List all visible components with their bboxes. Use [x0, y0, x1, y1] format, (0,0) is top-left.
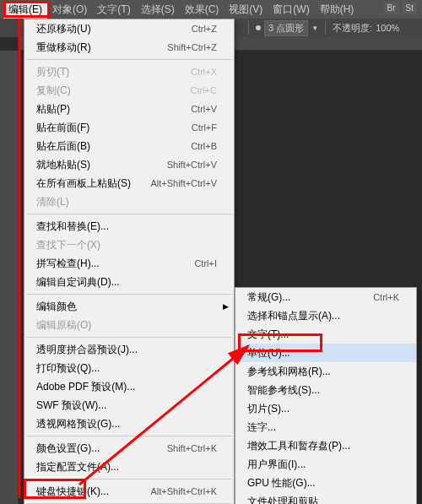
menu-item-shortcut: Ctrl+F: [192, 122, 217, 133]
chevron-down-icon: ▼: [311, 24, 318, 32]
edit-menu-item-12[interactable]: 查找和替换(E)...: [24, 217, 234, 236]
pref-submenu-item-0[interactable]: 常规(G)...Ctrl+K: [235, 288, 416, 306]
menu-item-label: SWF 预设(W)...: [36, 398, 217, 413]
edit-menu-item-17[interactable]: 编辑颜色▶: [24, 297, 234, 316]
preferences-submenu: 常规(G)...Ctrl+K选择和锚点显示(A)...文字(T)...单位(U)…: [235, 287, 417, 504]
menu-item-label: 指定配置文件(A)...: [36, 460, 217, 474]
menu-item-label: 粘贴(P): [36, 102, 174, 117]
edit-menu-item-29[interactable]: 键盘快捷键(K)...Alt+Shift+Ctrl+K: [24, 482, 234, 501]
menu-item-shortcut: Ctrl+Z: [192, 24, 217, 34]
stock-badge[interactable]: St: [403, 2, 417, 14]
opacity-label: 不透明度:: [333, 22, 372, 35]
edit-menu-item-23[interactable]: SWF 预设(W)...: [24, 396, 234, 415]
menu-item-label: 键盘快捷键(K)...: [36, 485, 133, 499]
menu-item-label: 透明度拼合器预设(J)...: [36, 343, 217, 357]
pref-submenu-item-11[interactable]: 文件处理和剪贴: [235, 492, 416, 504]
bullet-icon: [256, 25, 261, 30]
edit-menu-item-0[interactable]: 还原移动(U)Ctrl+Z: [24, 19, 234, 38]
menu-edit[interactable]: 编辑(E): [3, 1, 47, 19]
menu-item-label: 用户界面(I)...: [247, 458, 399, 472]
menu-item-label: 增效工具和暂存盘(P)...: [247, 439, 399, 453]
bridge-badge[interactable]: Br: [384, 2, 399, 14]
edit-menu-item-6[interactable]: 贴在前面(F)Ctrl+F: [24, 118, 234, 137]
edit-menu-item-5[interactable]: 粘贴(P)Ctrl+V: [24, 100, 234, 118]
menu-separator: [26, 294, 232, 295]
menu-item-label: Adobe PDF 预设(M)...: [36, 380, 217, 394]
menu-item-label: 就地粘贴(S): [36, 158, 150, 172]
menu-item-label: 剪切(T): [36, 65, 174, 79]
edit-menu-item-10: 清除(L): [24, 192, 234, 211]
menu-help[interactable]: 帮助(H): [315, 1, 360, 19]
menu-item-label: 透视网格预设(G)...: [36, 417, 217, 431]
menu-item-shortcut: Shift+Ctrl+Z: [167, 42, 217, 52]
menu-item-label: 查找下一个(X): [36, 238, 217, 252]
menu-item-label: 切片(S)...: [247, 402, 399, 416]
menu-item-shortcut: Ctrl+X: [191, 67, 217, 77]
app-badges: Br St: [384, 2, 417, 14]
menu-item-shortcut: Alt+Shift+Ctrl+K: [150, 486, 217, 496]
menu-select[interactable]: 选择(S): [136, 1, 180, 19]
opacity-value[interactable]: 100%: [376, 23, 399, 33]
menu-item-shortcut: Alt+Shift+Ctrl+V: [150, 178, 217, 188]
stroke-profile-dropdown[interactable]: 3 点圆形: [264, 20, 308, 36]
menu-item-label: 在所有画板上粘贴(S): [36, 176, 133, 191]
menubar: 编辑(E) 对象(O) 文字(T) 选择(S) 效果(C) 视图(V) 窗口(W…: [0, 0, 422, 19]
menu-item-label: 重做移动(R): [36, 41, 150, 55]
edit-menu-item-21[interactable]: 打印预设(Q)...: [24, 359, 234, 377]
menu-type[interactable]: 文字(T): [92, 1, 135, 19]
menu-item-label: 颜色设置(G)...: [36, 442, 150, 456]
menu-separator: [26, 337, 232, 338]
edit-menu-item-22[interactable]: Adobe PDF 预设(M)...: [24, 377, 234, 396]
edit-menu-item-20[interactable]: 透明度拼合器预设(J)...: [24, 340, 234, 359]
menu-object[interactable]: 对象(O): [47, 1, 92, 19]
edit-menu-item-9[interactable]: 在所有画板上粘贴(S)Alt+Shift+Ctrl+V: [24, 174, 234, 192]
edit-menu-item-27[interactable]: 指定配置文件(A)...: [24, 458, 234, 476]
edit-menu-dropdown: 还原移动(U)Ctrl+Z重做移动(R)Shift+Ctrl+Z剪切(T)Ctr…: [24, 19, 235, 504]
pref-submenu-item-1[interactable]: 选择和锚点显示(A)...: [235, 306, 416, 325]
menu-item-label: 文字(T)...: [247, 328, 399, 342]
menu-item-label: 查找和替换(E)...: [36, 219, 217, 234]
menu-item-label: 复制(C): [36, 84, 174, 98]
pref-submenu-item-5[interactable]: 智能参考线(S)...: [235, 381, 416, 399]
edit-menu-item-1[interactable]: 重做移动(R)Shift+Ctrl+Z: [24, 38, 234, 57]
menu-view[interactable]: 视图(V): [224, 1, 268, 19]
pref-submenu-item-7[interactable]: 连字...: [235, 418, 416, 436]
pref-submenu-item-10[interactable]: GPU 性能(G)...: [235, 474, 416, 492]
edit-menu-item-24[interactable]: 透视网格预设(G)...: [24, 415, 234, 433]
menu-item-label: 常规(G)...: [247, 290, 356, 305]
menu-item-label: 打印预设(Q)...: [36, 361, 217, 376]
menu-item-label: 连字...: [247, 420, 399, 435]
menu-item-label: 贴在后面(B): [36, 139, 174, 154]
menu-separator: [26, 479, 232, 480]
pref-submenu-item-8[interactable]: 增效工具和暂存盘(P)...: [235, 436, 416, 455]
edit-menu-item-14[interactable]: 拼写检查(H)...Ctrl+I: [24, 254, 234, 273]
edit-menu-item-8[interactable]: 就地粘贴(S)Shift+Ctrl+V: [24, 155, 234, 174]
pref-submenu-item-3[interactable]: 单位(U)...: [235, 344, 416, 362]
menu-item-label: 参考线和网格(R)...: [247, 365, 399, 379]
menu-item-label: 编辑自定词典(D)...: [36, 275, 217, 290]
menu-item-label: 还原移动(U): [36, 22, 175, 36]
menu-effect[interactable]: 效果(C): [180, 1, 225, 19]
menu-item-label: 选择和锚点显示(A)...: [247, 309, 399, 323]
edit-menu-item-26[interactable]: 颜色设置(G)...Shift+Ctrl+K: [24, 439, 234, 458]
pref-submenu-item-4[interactable]: 参考线和网格(R)...: [235, 362, 416, 381]
pref-submenu-item-6[interactable]: 切片(S)...: [235, 399, 416, 418]
menu-item-shortcut: Shift+Ctrl+K: [167, 443, 217, 453]
menu-item-label: 编辑原稿(O): [36, 318, 217, 333]
menu-item-shortcut: Ctrl+K: [373, 292, 399, 302]
edit-menu-item-4: 复制(C)Ctrl+C: [24, 81, 234, 100]
menu-item-shortcut: Ctrl+B: [191, 141, 217, 151]
ruler-vertical[interactable]: [0, 51, 19, 504]
menu-window[interactable]: 窗口(W): [268, 1, 314, 19]
menu-item-label: GPU 性能(G)...: [247, 476, 399, 490]
menu-item-label: 拼写检查(H)...: [36, 257, 177, 271]
pref-submenu-item-9[interactable]: 用户界面(I)...: [235, 455, 416, 474]
edit-menu-item-7[interactable]: 贴在后面(B)Ctrl+B: [24, 137, 234, 155]
pref-submenu-item-2[interactable]: 文字(T)...: [235, 325, 416, 344]
menu-item-label: 编辑颜色: [36, 300, 217, 314]
menu-item-label: 清除(L): [36, 195, 217, 209]
edit-menu-item-13: 查找下一个(X): [24, 236, 234, 254]
edit-menu-item-18: 编辑原稿(O): [24, 316, 234, 334]
edit-menu-item-15[interactable]: 编辑自定词典(D)...: [24, 273, 234, 291]
menu-item-label: 贴在前面(F): [36, 121, 175, 135]
